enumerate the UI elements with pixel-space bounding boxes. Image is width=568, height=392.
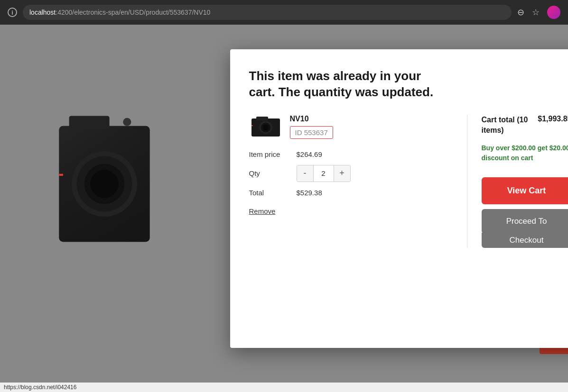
- cart-total-amount: $1,993.85: [538, 115, 568, 136]
- svg-point-6: [90, 170, 119, 198]
- svg-rect-7: [59, 174, 63, 176]
- svg-rect-10: [256, 117, 268, 120]
- cart-summary: Cart total (10 items) $1,993.85 Buy over…: [467, 115, 568, 248]
- modal-body: NV10 ID 553637 Item price $264.69 Qty -: [249, 115, 568, 248]
- url-path: :4200/electronics-spa/en/USD/product/553…: [56, 9, 210, 16]
- checkout-label: Checkout: [482, 233, 568, 248]
- cart-total-row: Cart total (10 items) $1,993.85: [482, 115, 568, 136]
- total-row: Total $529.38: [249, 189, 453, 197]
- page-background: in black unique b , and a p This item wa…: [0, 25, 568, 392]
- svg-point-8: [123, 118, 131, 126]
- total-value: $529.38: [297, 189, 322, 197]
- search-icon[interactable]: ⊖: [517, 7, 524, 18]
- status-url: https://blog.csdn.net/i042416: [4, 384, 76, 391]
- view-cart-button[interactable]: View Cart: [482, 177, 568, 204]
- info-icon: i: [8, 8, 17, 17]
- camera-background: [38, 63, 171, 290]
- url-host: localhost: [29, 9, 56, 16]
- product-info: NV10 ID 553637: [290, 115, 453, 139]
- bookmark-icon[interactable]: ☆: [532, 7, 540, 18]
- product-thumbnail: [249, 115, 282, 141]
- browser-icons: ⊖ ☆: [517, 6, 560, 19]
- item-price-row: Item price $264.69: [249, 150, 453, 158]
- item-price-label: Item price: [249, 150, 297, 158]
- product-area: NV10 ID 553637 Item price $264.69 Qty -: [249, 115, 467, 248]
- total-label: Total: [249, 189, 297, 197]
- remove-link[interactable]: Remove: [249, 207, 276, 215]
- url-bar[interactable]: localhost :4200/electronics-spa/en/USD/p…: [23, 5, 512, 20]
- qty-label: Qty: [249, 169, 297, 177]
- product-row: NV10 ID 553637: [249, 115, 453, 141]
- cart-total-label: Cart total (10 items): [482, 115, 532, 136]
- browser-chrome: i localhost :4200/electronics-spa/en/USD…: [0, 0, 568, 25]
- quantity-control[interactable]: - 2 +: [297, 165, 351, 182]
- qty-row: Qty - 2 +: [249, 165, 453, 182]
- product-details: Item price $264.69 Qty - 2 +: [249, 150, 453, 216]
- cart-modal: This item was already in your cart. The …: [230, 49, 568, 348]
- proceed-to-button[interactable]: Proceed To: [482, 209, 568, 234]
- item-price-value: $264.69: [297, 150, 322, 158]
- svg-rect-2: [69, 116, 110, 129]
- qty-plus-button[interactable]: +: [334, 165, 350, 182]
- svg-rect-14: [251, 125, 253, 126]
- cart-promo-text: Buy over $200.00 get $20.00 discount on …: [482, 143, 568, 163]
- svg-point-13: [263, 125, 269, 130]
- modal-title: This item was already in your cart. The …: [249, 68, 448, 100]
- product-id: ID 553637: [290, 126, 333, 139]
- qty-display: 2: [313, 165, 334, 182]
- user-avatar[interactable]: [547, 6, 560, 19]
- product-name: NV10: [290, 115, 453, 123]
- qty-minus-button[interactable]: -: [297, 165, 313, 182]
- status-bar: https://blog.csdn.net/i042416: [0, 383, 568, 392]
